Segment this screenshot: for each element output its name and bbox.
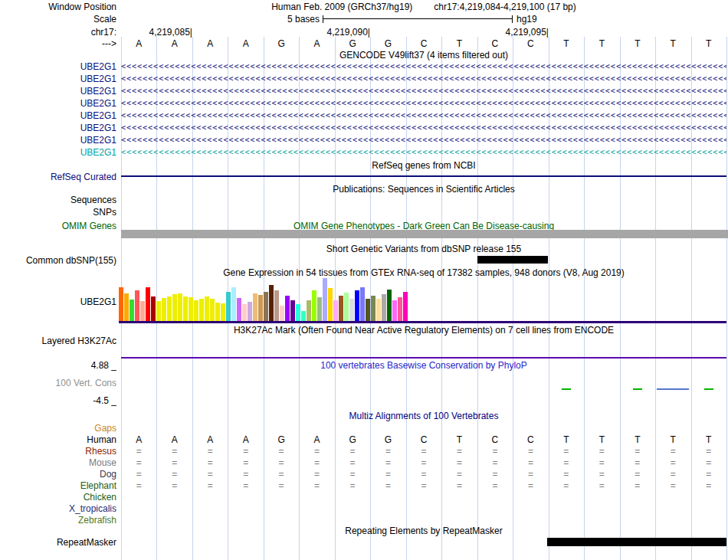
gencode-gene-label[interactable]: UBE2G1	[0, 110, 116, 121]
gap-symbol: =	[228, 469, 263, 480]
window-position-label[interactable]: Window Position	[0, 2, 116, 12]
gtex-expression-bar	[140, 301, 145, 321]
gencode-gene-label[interactable]: UBE2G1	[0, 74, 116, 84]
snps-label[interactable]: SNPs	[0, 207, 116, 218]
gtex-expression-bar	[210, 299, 215, 321]
gtex-expression-bar	[349, 299, 354, 321]
gap-symbol: =	[584, 480, 619, 491]
species-label[interactable]: Human	[0, 434, 116, 445]
base-letter: A	[299, 38, 334, 49]
ruler-tick: 4,219,085|	[100, 27, 192, 38]
repeatmasker-label[interactable]: RepeatMasker	[0, 537, 116, 548]
refseq-title[interactable]: RefSeq genes from NCBI	[121, 160, 726, 171]
gencode-gene-label[interactable]: UBE2G1	[0, 123, 116, 133]
alignment-row: Chicken	[0, 492, 728, 503]
sequences-label[interactable]: Sequences	[0, 195, 116, 205]
gap-symbol: =	[121, 446, 156, 457]
gencode-title[interactable]: GENCODE V49lift37 (4 items filtered out)	[121, 50, 726, 61]
publications-title[interactable]: Publications: Sequences in Scientific Ar…	[121, 184, 726, 195]
gap-symbol: =	[228, 457, 263, 468]
gtex-expression-bar	[392, 300, 397, 321]
gencode-gene-row: UBE2G1<<<<<<<<<<<<<<<<<<<<<<<<<<<<<<<<<<…	[0, 135, 728, 146]
gene-direction-arrows: <<<<<<<<<<<<<<<<<<<<<<<<<<<<<<<<<<<<<<<<…	[121, 61, 726, 72]
omim-genes-label[interactable]: OMIM Genes	[0, 221, 116, 231]
refseq-curated-label[interactable]: RefSeq Curated	[0, 172, 116, 182]
base-letter: A	[192, 434, 228, 445]
gtex-title[interactable]: Gene Expression in 54 tissues from GTEx …	[121, 267, 726, 278]
base-letter: A	[121, 434, 156, 445]
base-letter: G	[370, 38, 405, 49]
gtex-expression-bar	[269, 285, 274, 321]
alignment-row: Elephant=================	[0, 480, 728, 491]
species-label[interactable]: X_tropicalis	[0, 503, 116, 514]
gtex-gene-label[interactable]: UBE2G1	[0, 296, 116, 307]
species-label[interactable]: Zebrafish	[0, 515, 116, 526]
dbsnp-title-row: Short Genetic Variants from dbSNP releas…	[0, 244, 728, 254]
species-label[interactable]: Dog	[0, 469, 116, 480]
base-letter: T	[655, 38, 690, 49]
gap-symbol: =	[477, 469, 513, 480]
gtex-expression-bar	[307, 300, 311, 321]
dbsnp-title[interactable]: Short Genetic Variants from dbSNP releas…	[121, 244, 726, 254]
repeatmasker-title[interactable]: Repeating Elements by RepeatMasker	[121, 526, 726, 536]
base-letter: A	[228, 38, 263, 49]
multiz-title-row: Multiz Alignments of 100 Vertebrates	[0, 411, 728, 421]
gap-symbol: =	[335, 469, 370, 480]
phylop-title[interactable]: 100 vertebrates Basewise Conservation by…	[121, 360, 726, 371]
gtex-expression-bar	[119, 287, 123, 321]
gencode-gene-row: UBE2G1<<<<<<<<<<<<<<<<<<<<<<<<<<<<<<<<<<…	[0, 86, 728, 97]
gtex-expression-bar	[135, 290, 139, 321]
gtex-expression-bar	[242, 304, 247, 321]
species-sequence: AAAAGAGGCTCCTTTTT	[121, 434, 726, 445]
alignment-row: Rhesus=================	[0, 446, 728, 457]
gap-symbol: =	[121, 480, 156, 491]
gap-symbol: =	[406, 457, 441, 468]
gap-symbol: =	[228, 480, 263, 491]
gap-symbol: =	[156, 469, 192, 480]
window-position-row: Window Position Human Feb. 2009 (GRCh37/…	[0, 2, 728, 12]
scale-label[interactable]: Scale	[0, 14, 116, 25]
gap-symbol: =	[620, 469, 655, 480]
base-letter: T	[620, 434, 655, 445]
gene-direction-arrows: <<<<<<<<<<<<<<<<<<<<<<<<<<<<<<<<<<<<<<<<…	[121, 98, 726, 109]
base-letter: T	[584, 434, 619, 445]
gencode-gene-label[interactable]: UBE2G1	[0, 61, 116, 72]
dbsnp-label[interactable]: Common dbSNP(155)	[0, 255, 116, 266]
window-position-value: Human Feb. 2009 (GRCh37/hg19)chr17:4,219…	[121, 2, 726, 12]
phylop-track-label[interactable]: 100 Vert. Cons	[0, 378, 116, 388]
species-label[interactable]: Mouse	[0, 457, 116, 468]
species-label[interactable]: Rhesus	[0, 446, 116, 457]
gap-symbol: =	[620, 480, 655, 491]
base-letter: C	[513, 38, 548, 49]
gap-symbol: =	[477, 480, 513, 491]
sequence-row: ---> AAAAGAGGCTCCTTTTT	[0, 38, 728, 49]
gap-symbol: =	[370, 446, 405, 457]
gene-direction-arrows: <<<<<<<<<<<<<<<<<<<<<<<<<<<<<<<<<<<<<<<<…	[121, 74, 726, 84]
gencode-gene-label[interactable]: UBE2G1	[0, 147, 116, 158]
h3k27ac-label[interactable]: Layered H3K27Ac	[0, 336, 116, 346]
gtex-expression-bar	[253, 293, 257, 321]
species-label[interactable]: Gaps	[0, 423, 116, 434]
multiz-title[interactable]: Multiz Alignments of 100 Vertebrates	[121, 411, 726, 421]
h3k27ac-title[interactable]: H3K27Ac Mark (Often Found Near Active Re…	[121, 325, 726, 336]
base-letter: A	[299, 434, 334, 445]
h3k27ac-baseline	[121, 357, 726, 359]
gtex-expression-bar	[371, 296, 375, 321]
gencode-gene-label[interactable]: UBE2G1	[0, 98, 116, 109]
gencode-gene-label[interactable]: UBE2G1	[0, 135, 116, 146]
gtex-expression-bar	[264, 292, 268, 321]
gtex-expression-bar	[403, 292, 408, 321]
refseq-title-row: RefSeq genes from NCBI	[0, 160, 728, 171]
base-letter: C	[406, 38, 441, 49]
gap-symbol: =	[264, 469, 299, 480]
gap-symbol: =	[370, 469, 405, 480]
species-label[interactable]: Elephant	[0, 480, 116, 491]
gap-symbol: =	[513, 480, 548, 491]
gencode-gene-row: UBE2G1<<<<<<<<<<<<<<<<<<<<<<<<<<<<<<<<<<…	[0, 98, 728, 109]
gtex-expression-bar	[328, 288, 333, 321]
gap-symbol: =	[477, 457, 513, 468]
gencode-gene-label[interactable]: UBE2G1	[0, 86, 116, 97]
phylop-mark	[562, 388, 571, 390]
gap-symbol: =	[156, 457, 192, 468]
species-label[interactable]: Chicken	[0, 492, 116, 503]
